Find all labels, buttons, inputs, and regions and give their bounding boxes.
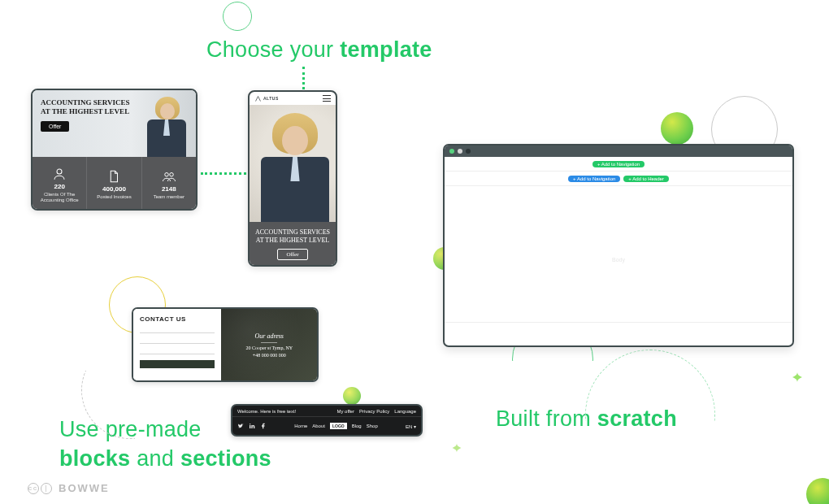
team-icon [162, 169, 176, 184]
document-icon [106, 169, 121, 184]
window-dot [458, 149, 462, 154]
template-desktop-card[interactable]: ACCOUNTING SERVICES AT THE HIGHEST LEVEL… [31, 89, 197, 211]
add-header-pill[interactable]: + Add to Header [623, 176, 669, 182]
social-icons [237, 423, 267, 429]
address-line: +48 000 000 000 [253, 353, 286, 358]
nav-link[interactable]: Privacy Policy [359, 409, 389, 414]
mobile-topbar: ALTUS [250, 92, 336, 105]
svg-point-0 [57, 169, 62, 174]
mobile-title: ACCOUNTING SERVICES AT THE HIGHEST LEVEL [254, 228, 331, 244]
stat-item: 220 Clients Of The Accounting Office [33, 157, 87, 211]
text-bold: blocks [59, 446, 130, 471]
submit-button[interactable] [140, 360, 215, 368]
deco-ball [661, 112, 693, 145]
editor-strip: + Add to Navigation [445, 157, 792, 172]
menu-item[interactable]: About [312, 424, 325, 428]
deco-ring [223, 2, 252, 31]
nav-menu: Home About LOGO Blog Shop [294, 423, 377, 429]
cc-icons: cc ❘ [28, 483, 52, 494]
welcome-text: Welcome. Here is free text! [237, 409, 296, 414]
user-icon [52, 167, 67, 181]
mobile-lower: ACCOUNTING SERVICES AT THE HIGHEST LEVEL… [250, 222, 336, 267]
cc-icon: cc [28, 483, 39, 494]
text: and [130, 446, 180, 471]
address-title: Our adress [254, 332, 283, 340]
person-photo [250, 105, 336, 222]
linkedin-icon[interactable] [249, 423, 255, 429]
contact-heading: CONTACT US [140, 315, 215, 323]
input-line[interactable] [140, 350, 215, 354]
person-illustration [141, 95, 191, 157]
nav-link[interactable]: Language [394, 409, 416, 414]
text-bold: sections [180, 446, 271, 471]
deco-ball [806, 478, 829, 504]
divider [261, 342, 277, 343]
stat-num: 400,000 [102, 185, 126, 193]
sparkle-icon [448, 439, 466, 457]
text: Choose your [206, 37, 340, 62]
stat-label: Team member [151, 194, 187, 199]
hero: ACCOUNTING SERVICES AT THE HIGHEST LEVEL… [33, 90, 196, 157]
stat-label: Posted Invoices [94, 194, 133, 199]
hamburger-icon[interactable] [323, 95, 331, 102]
sparkle-icon [788, 367, 807, 387]
input-line[interactable] [140, 339, 215, 344]
nav-bottom-row: Home About LOGO Blog Shop EN ▾ [232, 417, 421, 435]
contact-form: CONTACT US [133, 309, 221, 380]
logo-icon [254, 95, 262, 102]
browser-titlebar [445, 146, 792, 157]
offer-button[interactable]: Offer [41, 121, 69, 132]
svg-point-4 [250, 424, 250, 424]
lang-switch[interactable]: EN ▾ [406, 424, 416, 429]
logo-text: ALTUS [263, 96, 279, 101]
contact-section-card[interactable]: CONTACT US Our adress 20 Cooper st Tymp,… [132, 307, 319, 382]
heading-template: Choose your template [206, 37, 432, 63]
stats-row: 220 Clients Of The Accounting Office 400… [33, 157, 196, 211]
menu-item[interactable]: Home [294, 424, 307, 428]
nav-top-row: Welcome. Here is free text! My offer Pri… [232, 406, 421, 417]
contact-address: Our adress 20 Cooper st Tymp, NY +48 000… [221, 309, 317, 380]
add-navigation-pill[interactable]: + Add to Navigation [592, 161, 645, 167]
nav-link[interactable]: My offer [336, 409, 354, 414]
address-line: 20 Cooper st Tymp, NY [245, 345, 293, 350]
menu-logo: LOGO [330, 423, 347, 429]
window-dot [466, 149, 471, 154]
offer-button[interactable]: Offer [277, 249, 307, 260]
editor-body[interactable]: Body [445, 186, 792, 332]
stat-num: 220 [54, 183, 64, 190]
input-line[interactable] [140, 328, 215, 333]
hero-title: ACCOUNTING SERVICES AT THE HIGHEST LEVEL [41, 98, 130, 116]
add-navigation-pill[interactable]: + Add to Navigation [568, 176, 620, 182]
connector-dots [302, 67, 305, 89]
logo: ALTUS [254, 95, 279, 102]
connector-dots [201, 172, 246, 175]
editor-strip: + Add to Navigation + Add to Header [445, 172, 792, 186]
stat-num: 2148 [162, 185, 176, 193]
text-bold: template [340, 37, 432, 62]
footer-brand: cc ❘ BOWWE [28, 482, 110, 494]
svg-rect-3 [250, 425, 250, 428]
menu-item[interactable]: Blog [352, 424, 362, 428]
svg-point-1 [165, 173, 169, 177]
stat-item: 2148 Team member [142, 157, 196, 211]
divider [445, 322, 792, 323]
svg-point-2 [170, 173, 174, 177]
connector-dash [585, 350, 715, 480]
stat-item: 400,000 Posted Invoices [87, 157, 141, 211]
body-placeholder: Body [612, 257, 625, 263]
facebook-icon[interactable] [260, 423, 267, 429]
stat-label: Clients Of The Accounting Office [33, 192, 86, 202]
window-dot [449, 149, 454, 154]
browser-mock[interactable]: + Add to Navigation + Add to Navigation … [443, 144, 794, 347]
by-icon: ❘ [41, 483, 52, 494]
menu-item[interactable]: Shop [367, 424, 378, 428]
nav-section-card[interactable]: Welcome. Here is free text! My offer Pri… [231, 404, 423, 437]
deco-ball [343, 387, 361, 405]
brand-name: BOWWE [59, 482, 110, 494]
template-mobile-card[interactable]: ALTUS ACCOUNTING SERVICES AT THE HIGHEST… [248, 90, 337, 267]
twitter-icon[interactable] [237, 423, 244, 429]
text: Built from [496, 406, 597, 431]
